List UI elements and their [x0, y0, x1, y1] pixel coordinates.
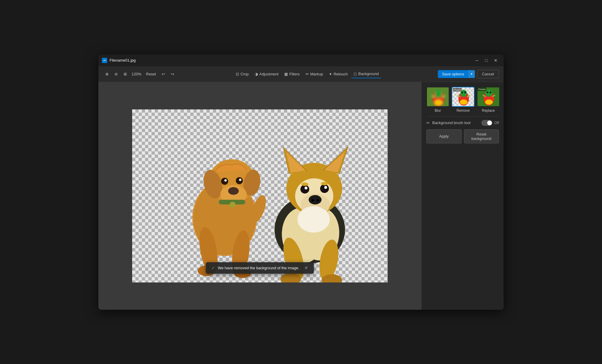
retouch-icon: ✦: [329, 72, 332, 76]
adjustment-tool-button[interactable]: ◑ Adjustment: [252, 70, 281, 78]
remove-option[interactable]: Preview Remove: [452, 87, 475, 113]
svg-point-34: [321, 182, 328, 185]
right-panel: Blur: [421, 82, 504, 310]
brush-icon: ✏: [426, 121, 430, 125]
svg-point-7: [228, 187, 239, 195]
blur-thumbnail: [426, 87, 449, 107]
filters-icon: ▦: [284, 72, 288, 76]
blur-label: Blur: [435, 109, 441, 113]
svg-point-61: [485, 99, 493, 105]
cancel-button[interactable]: Cancel: [477, 70, 499, 78]
svg-point-54: [461, 92, 463, 93]
image-canvas: ✓ We have removed the background of the …: [132, 109, 388, 282]
crop-icon: ⊡: [236, 72, 239, 76]
zoom-out-button[interactable]: ⊖: [112, 70, 120, 78]
toggle-knob: [487, 121, 492, 125]
blur-option[interactable]: Blur: [426, 87, 449, 113]
notification-toast: ✓ We have removed the background of the …: [206, 262, 314, 274]
svg-point-26: [311, 199, 314, 202]
svg-point-10: [224, 179, 227, 182]
svg-point-52: [460, 90, 467, 97]
replace-thumbnail: Preview: [477, 87, 500, 107]
background-tool-button[interactable]: ◻ Background: [351, 70, 381, 78]
panel-divider-1: [426, 116, 499, 116]
app-window: Filename01.jpg ─ □ ✕ ⊕ ⊖ ⊞ 120% Reset ↩: [98, 55, 504, 310]
crop-tool-button[interactable]: ⊡ Crop: [233, 70, 251, 78]
reset-background-button[interactable]: Reset background: [464, 129, 499, 143]
svg-point-11: [239, 179, 241, 181]
blur-preview: [427, 87, 449, 107]
adjustment-icon: ◑: [255, 72, 258, 76]
apply-button[interactable]: Apply: [426, 129, 462, 143]
svg-point-8: [221, 178, 228, 185]
reset-label: Reset: [146, 72, 156, 76]
zoom-in-icon: ⊕: [105, 72, 109, 76]
redo-icon: ↪: [171, 72, 174, 76]
fit-button[interactable]: ⊞: [121, 70, 129, 78]
brush-toggle-container: Off: [481, 120, 499, 126]
close-button[interactable]: ✕: [491, 57, 500, 64]
replace-option[interactable]: Preview Replace: [477, 87, 500, 113]
replace-preview: Preview: [477, 87, 500, 107]
titlebar-left: Filename01.jpg: [102, 58, 136, 63]
filters-tool-button[interactable]: ▦ Filters: [282, 70, 302, 78]
retouch-tool-button[interactable]: ✦ Retouch: [327, 70, 350, 78]
svg-point-32: [324, 186, 327, 189]
brush-tool-label: Background brush tool: [432, 121, 479, 125]
svg-point-62: [487, 92, 488, 93]
replace-label: Replace: [482, 109, 495, 113]
toolbar-left-controls: ⊕ ⊖ ⊞ 120% Reset ↩ ↪: [103, 70, 176, 78]
background-options: Blur: [426, 87, 499, 113]
minimize-button[interactable]: ─: [472, 57, 481, 64]
svg-point-39: [297, 206, 330, 233]
toolbar: ⊕ ⊖ ⊞ 120% Reset ↩ ↪ ⊡ Crop: [98, 66, 504, 82]
toolbar-tools: ⊡ Crop ◑ Adjustment ▦ Filters ✏ Markup ✦…: [178, 70, 436, 78]
titlebar: Filename01.jpg ─ □ ✕: [98, 55, 504, 66]
fit-icon: ⊞: [124, 72, 127, 76]
undo-button[interactable]: ↩: [159, 70, 167, 78]
svg-point-9: [236, 177, 243, 184]
svg-point-17: [230, 202, 236, 208]
redo-button[interactable]: ↪: [169, 70, 176, 78]
svg-point-43: [434, 100, 443, 106]
remove-label: Remove: [457, 109, 470, 113]
remove-preview: Preview: [452, 87, 475, 107]
zoom-out-icon: ⊖: [115, 72, 118, 76]
svg-point-25: [309, 195, 322, 204]
window-controls: ─ □ ✕: [472, 57, 500, 64]
svg-point-33: [301, 182, 308, 186]
success-icon: ✓: [211, 265, 215, 271]
main-area: ✓ We have removed the background of the …: [98, 82, 504, 310]
background-icon: ◻: [354, 72, 357, 76]
brush-toggle[interactable]: [481, 120, 492, 126]
svg-text:Preview: Preview: [454, 89, 461, 91]
save-options-dropdown-button[interactable]: ▾: [468, 70, 475, 78]
svg-text:Preview: Preview: [478, 88, 486, 90]
app-icon: [102, 58, 107, 63]
save-options-button[interactable]: Save options ▾: [438, 70, 475, 78]
action-buttons: Apply Reset background: [426, 129, 499, 143]
zoom-in-button[interactable]: ⊕: [103, 70, 111, 78]
remove-thumbnail: Preview: [452, 87, 475, 107]
svg-point-42: [435, 90, 442, 98]
svg-point-27: [316, 199, 319, 202]
notification-message: We have removed the background of the im…: [218, 266, 299, 270]
zoom-level: 120%: [130, 72, 142, 76]
toggle-state-label: Off: [494, 121, 499, 125]
svg-point-60: [486, 90, 492, 97]
canvas-area: ✓ We have removed the background of the …: [98, 82, 421, 310]
markup-tool-button[interactable]: ✏ Markup: [303, 70, 325, 78]
image-content: [132, 109, 388, 282]
maximize-button[interactable]: □: [482, 57, 491, 64]
undo-icon: ↩: [162, 72, 165, 76]
svg-point-29: [300, 185, 309, 194]
notification-close-button[interactable]: ✕: [304, 265, 309, 270]
save-options-main-button[interactable]: Save options: [438, 70, 468, 78]
svg-point-55: [464, 92, 466, 93]
svg-point-53: [460, 99, 468, 105]
reset-button[interactable]: Reset: [144, 70, 158, 78]
svg-point-63: [490, 92, 491, 93]
svg-point-30: [320, 184, 329, 193]
brush-tool-row: ✏ Background brush tool Off: [426, 120, 499, 126]
markup-icon: ✏: [306, 72, 309, 76]
